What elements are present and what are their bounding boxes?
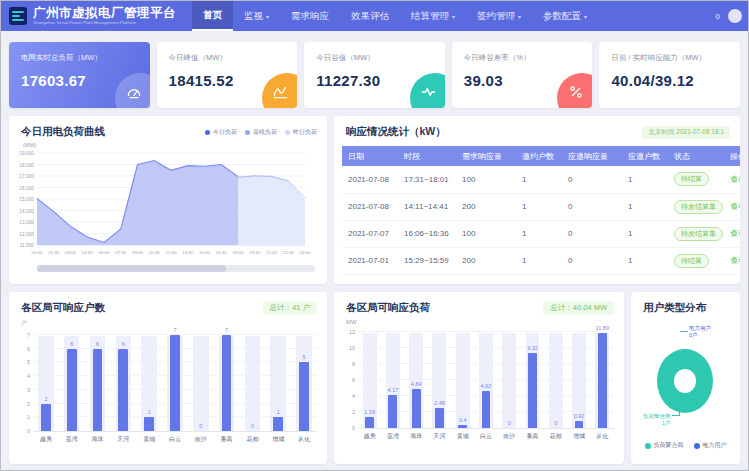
bar bbox=[273, 417, 283, 431]
bar bbox=[528, 353, 537, 428]
legend-dot bbox=[205, 130, 210, 135]
legend-item-2[interactable]: 基线负荷 bbox=[245, 128, 277, 137]
nav-menu: 首页监视▾需求响应效果评估结算管理▾签约管理▾参数配置▾ bbox=[192, 1, 598, 31]
bar-column: 9.32 bbox=[521, 333, 544, 428]
pie-legend-item-2[interactable]: 电力用户 bbox=[694, 441, 727, 450]
kpi-card-5: 日前 / 实时响应能力（MW）40.04/39.12 bbox=[599, 42, 740, 108]
legend-item-3[interactable]: 昨日负荷 bbox=[285, 128, 317, 137]
cell-period: 14:11~14:41 bbox=[398, 193, 456, 220]
view-link[interactable]: 查看 bbox=[730, 175, 740, 184]
cell-action: 查看 bbox=[724, 166, 740, 193]
bar-column: 1 bbox=[136, 336, 162, 431]
x-axis-label: 增城 bbox=[265, 435, 291, 444]
bar-column: 0 bbox=[188, 336, 214, 431]
y-axis-label: 7 bbox=[27, 332, 30, 338]
district-load-chart: 0246810121.394.174.842.490.44.6209.3200.… bbox=[334, 333, 624, 441]
bar bbox=[388, 395, 397, 428]
chart-scrollbar-handle[interactable] bbox=[37, 265, 226, 272]
x-axis-label: 海珠 bbox=[85, 435, 111, 444]
cell-accepted_count: 1 bbox=[622, 247, 668, 274]
svg-text:18,000: 18,000 bbox=[19, 163, 34, 168]
bar-value-label: 5 bbox=[286, 354, 322, 360]
app-window: 广州市虚拟电厂管理平台 Guangzhou Virtual Power Plan… bbox=[0, 0, 749, 471]
gridline bbox=[358, 331, 614, 332]
bar-column: 0.92 bbox=[567, 333, 590, 428]
bar bbox=[435, 408, 444, 428]
bar-column: 7 bbox=[162, 336, 188, 431]
bar bbox=[299, 362, 309, 431]
callout-aggregator: 负荷聚合商 1户 bbox=[643, 413, 671, 426]
kpi-cards-row: 电网实时总负荷（MW）17603.67今日峰值（MW）18415.52今日谷值（… bbox=[9, 42, 740, 108]
svg-text:16,000: 16,000 bbox=[19, 186, 34, 191]
cell-invited: 1 bbox=[516, 193, 562, 220]
nav-item-2[interactable]: 监视▾ bbox=[233, 1, 280, 31]
svg-text:19:30: 19:30 bbox=[249, 250, 261, 255]
bar-column: 1 bbox=[265, 336, 291, 431]
nav-item-5[interactable]: 结算管理▾ bbox=[400, 1, 466, 31]
svg-text:19,000: 19,000 bbox=[19, 151, 34, 156]
nav-item-4[interactable]: 效果评估 bbox=[340, 1, 400, 31]
x-axis-label: 荔湾 bbox=[381, 432, 404, 441]
bar bbox=[412, 389, 421, 428]
y-axis-label: 12 bbox=[349, 329, 355, 335]
cell-demand: 200 bbox=[456, 193, 516, 220]
cell-status: 待发结算单 bbox=[668, 193, 724, 220]
column-header-5: 应邀响应量 bbox=[562, 146, 622, 166]
y-axis-label: 6 bbox=[27, 346, 30, 352]
nav-item-6[interactable]: 签约管理▾ bbox=[466, 1, 532, 31]
pie-legend-dot bbox=[645, 443, 651, 449]
bar-value-label: 11.89 bbox=[586, 325, 619, 331]
response-table-header: 日期时段需求响应量邀约户数应邀响应量应邀户数状态操作 bbox=[342, 146, 740, 166]
svg-text:13,000: 13,000 bbox=[19, 220, 34, 225]
view-link[interactable]: 查看 bbox=[730, 202, 740, 211]
nav-item-1[interactable]: 首页 bbox=[192, 1, 233, 31]
district-households-chart: 0123456726661707015越秀荔湾海珠天河黄埔白云南沙番禺花都增城从… bbox=[9, 336, 327, 444]
user-type-title: 用户类型分布 bbox=[643, 301, 706, 315]
cell-status: 待结算 bbox=[668, 247, 724, 274]
svg-text:18:00: 18:00 bbox=[233, 250, 245, 255]
x-axis-label: 越秀 bbox=[33, 435, 59, 444]
x-axis-label: 天河 bbox=[110, 435, 136, 444]
svg-text:09:00: 09:00 bbox=[132, 250, 144, 255]
svg-text:13:30: 13:30 bbox=[182, 250, 194, 255]
nav-item-3[interactable]: 需求响应 bbox=[280, 1, 340, 31]
bar-column: 1.39 bbox=[358, 333, 381, 428]
user-type-legend: 负荷聚合商电力用户 bbox=[631, 441, 740, 450]
user-type-donut bbox=[657, 349, 713, 413]
nav-right: 0 bbox=[716, 9, 742, 23]
cell-status: 待发结算单 bbox=[668, 220, 724, 247]
y-axis-label: 0 bbox=[27, 428, 30, 434]
bar bbox=[144, 417, 154, 431]
bar-column: 6 bbox=[85, 336, 111, 431]
svg-text:22:30: 22:30 bbox=[283, 250, 295, 255]
pie-legend-label: 负荷聚合商 bbox=[654, 441, 684, 450]
cell-accepted_count: 1 bbox=[622, 193, 668, 220]
user-type-panel: 用户类型分布 电力用户 0户 负荷聚合商 1户 负荷聚合商电力用户 bbox=[631, 292, 740, 464]
notification-count[interactable]: 0 bbox=[716, 12, 720, 21]
chart-scrollbar[interactable] bbox=[37, 265, 315, 272]
column-header-7: 状态 bbox=[668, 146, 724, 166]
legend-item-1[interactable]: 今日负荷 bbox=[205, 128, 237, 137]
nav-item-7[interactable]: 参数配置▾ bbox=[532, 1, 598, 31]
x-axis-label: 荔湾 bbox=[59, 435, 85, 444]
y-axis-label: 3 bbox=[27, 387, 30, 393]
x-axis-label: 海珠 bbox=[405, 432, 428, 441]
svg-text:06:00: 06:00 bbox=[99, 250, 111, 255]
legend-label: 基线负荷 bbox=[253, 128, 277, 137]
cell-accepted_amount: 0 bbox=[562, 247, 622, 274]
district-load-panel: 各区局可响应负荷 总计：40.04 MW MW 0246810121.394.1… bbox=[334, 292, 624, 464]
table-row: 2021-07-0814:11~14:41200101待发结算单查看 bbox=[342, 193, 740, 220]
bar bbox=[575, 421, 584, 428]
pie-legend-item-1[interactable]: 负荷聚合商 bbox=[645, 441, 684, 450]
bar-background-stripe bbox=[193, 336, 208, 431]
user-avatar[interactable] bbox=[728, 9, 742, 23]
response-stats-panel: 响应情况统计（kW） 北京时间 2021-07-08 18:1 日期时段需求响应… bbox=[334, 116, 740, 284]
cell-invited: 1 bbox=[516, 247, 562, 274]
bar-column: 4.62 bbox=[474, 333, 497, 428]
bar-column: 4.84 bbox=[405, 333, 428, 428]
view-link[interactable]: 查看 bbox=[730, 229, 740, 238]
chevron-down-icon: ▾ bbox=[518, 13, 521, 20]
nav-item-label: 结算管理 bbox=[411, 10, 449, 23]
svg-text:03:00: 03:00 bbox=[65, 250, 77, 255]
view-link[interactable]: 查看 bbox=[730, 256, 740, 265]
